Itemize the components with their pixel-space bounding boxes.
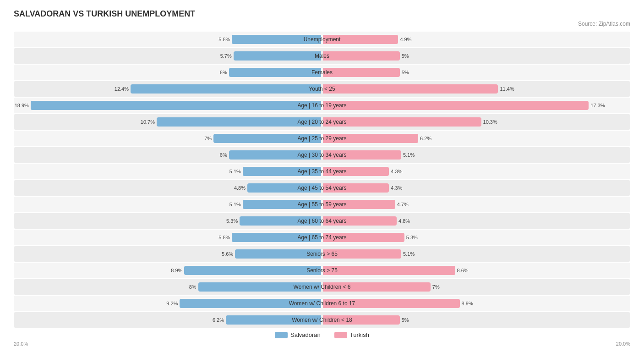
bar-pink: 8.9% [323, 299, 460, 308]
bar-value-right: 4.7% [397, 202, 409, 207]
legend: Salvadoran Turkish [14, 331, 630, 338]
bar-value-right: 4.8% [398, 218, 410, 224]
legend-item-turkish: Turkish [334, 331, 369, 338]
bar-value-right: 4.3% [391, 169, 402, 174]
legend-box-blue [275, 332, 288, 338]
chart-row: 8%7%Women w/ Children < 6 [14, 279, 630, 295]
bar-blue: 5.3% [240, 216, 321, 226]
bar-blue: 7% [213, 134, 321, 143]
chart-row: 6%5%Females [14, 65, 630, 80]
chart-row: 12.4%11.4%Youth < 25 [14, 81, 630, 97]
bar-blue: 5.6% [235, 249, 321, 259]
legend-item-salvadoran: Salvadoran [275, 331, 321, 338]
chart-row: 5.8%4.9%Unemployment [14, 32, 630, 47]
bar-value-right: 8.9% [462, 301, 473, 306]
bar-value-left: 12.4% [115, 86, 129, 92]
page-title: SALVADORAN VS TURKISH UNEMPLOYMENT [14, 9, 630, 19]
bar-pink: 6.2% [323, 134, 418, 143]
bar-value-left: 5.7% [220, 53, 232, 59]
chart-row: 4.8%4.3%Age | 45 to 54 years [14, 180, 630, 196]
bar-value-right: 6.2% [420, 136, 431, 141]
bar-value-left: 5.8% [218, 235, 230, 240]
bar-blue: 5.7% [234, 51, 321, 61]
bar-value-left: 5.3% [226, 218, 238, 224]
bar-pink: 7% [323, 282, 431, 292]
chart-row: 7%6.2%Age | 25 to 29 years [14, 131, 630, 146]
bar-value-right: 4.9% [400, 37, 411, 42]
chart-row: 6.2%5%Women w/ Children < 18 [14, 312, 630, 328]
bar-value-right: 17.3% [590, 103, 605, 108]
axis-left: 20.0% [14, 341, 28, 347]
bar-value-left: 10.7% [141, 119, 155, 125]
bar-value-right: 5% [402, 317, 409, 323]
bar-blue: 12.4% [131, 84, 321, 94]
bar-pink: 10.3% [323, 117, 481, 127]
bar-blue: 4.8% [247, 183, 321, 193]
chart-row: 10.7%10.3%Age | 20 to 24 years [14, 114, 630, 130]
source-label: Source: ZipAtlas.com [14, 21, 630, 27]
chart-row: 8.9%8.6%Seniors > 75 [14, 263, 630, 278]
chart-row: 18.9%17.3%Age | 16 to 19 years [14, 98, 630, 113]
chart-row: 5.7%5%Males [14, 48, 630, 64]
bar-value-left: 6% [220, 70, 227, 75]
bar-blue: 18.9% [31, 101, 321, 110]
chart-row: 9.2%8.9%Women w/ Children 6 to 17 [14, 296, 630, 311]
bar-pink: 5.1% [323, 150, 401, 160]
chart-row: 5.8%5.3%Age | 65 to 74 years [14, 230, 630, 245]
bar-pink: 5% [323, 68, 400, 77]
bar-value-right: 10.3% [483, 119, 497, 125]
bar-blue: 8.9% [184, 266, 321, 275]
bar-pink: 5% [323, 315, 400, 325]
bar-pink: 4.9% [323, 35, 398, 44]
bar-value-left: 5.6% [222, 251, 233, 257]
bar-blue: 10.7% [157, 117, 321, 127]
bar-value-right: 5% [402, 70, 409, 75]
bar-value-right: 11.4% [500, 86, 514, 92]
bar-value-left: 9.2% [166, 301, 178, 306]
bar-blue: 5.1% [243, 167, 321, 176]
bar-blue: 6% [229, 150, 321, 160]
legend-label-turkish: Turkish [350, 331, 369, 338]
bar-blue: 8% [198, 282, 321, 292]
bar-value-right: 8.6% [457, 268, 469, 273]
bar-pink: 5% [323, 51, 400, 61]
legend-box-pink [334, 332, 347, 338]
bar-value-right: 4.3% [391, 185, 402, 191]
bar-pink: 17.3% [323, 101, 589, 110]
bar-pink: 5.3% [323, 233, 404, 242]
bar-value-left: 5.1% [229, 202, 241, 207]
chart-row: 5.3%4.8%Age | 60 to 64 years [14, 213, 630, 229]
bar-pink: 8.6% [323, 266, 455, 275]
chart-row: 6%5.1%Age | 30 to 34 years [14, 147, 630, 163]
bar-value-left: 6% [220, 152, 227, 158]
bar-value-right: 5.1% [403, 251, 415, 257]
bar-blue: 5.8% [232, 233, 321, 242]
chart-row: 5.1%4.3%Age | 35 to 44 years [14, 164, 630, 179]
bar-value-right: 5.1% [403, 152, 415, 158]
bar-pink: 4.7% [323, 200, 395, 209]
bar-value-left: 6.2% [213, 317, 224, 323]
bar-value-left: 5.1% [229, 169, 241, 174]
axis-right: 20.0% [616, 341, 630, 347]
bar-blue: 5.1% [243, 200, 321, 209]
bar-blue: 9.2% [180, 299, 321, 308]
bar-value-left: 18.9% [15, 103, 29, 108]
bar-blue: 6.2% [226, 315, 321, 325]
bar-pink: 4.3% [323, 183, 389, 193]
bar-pink: 4.8% [323, 216, 397, 226]
chart-row: 5.6%5.1%Seniors > 65 [14, 246, 630, 262]
bar-value-left: 5.8% [218, 37, 230, 42]
bar-pink: 4.3% [323, 167, 389, 176]
bar-value-right: 5.3% [406, 235, 418, 240]
chart-container: 5.8%4.9%Unemployment5.7%5%Males6%5%Femal… [14, 32, 630, 328]
bar-value-left: 4.8% [234, 185, 246, 191]
bar-value-left: 8.9% [171, 268, 182, 273]
bar-value-right: 7% [432, 284, 440, 290]
bar-value-right: 5% [402, 53, 409, 59]
bar-value-left: 8% [189, 284, 196, 290]
bar-blue: 6% [229, 68, 321, 77]
axis-row: 20.0% 20.0% [14, 341, 630, 347]
bar-value-left: 7% [204, 136, 212, 141]
bar-pink: 5.1% [323, 249, 401, 259]
chart-row: 5.1%4.7%Age | 55 to 59 years [14, 197, 630, 212]
